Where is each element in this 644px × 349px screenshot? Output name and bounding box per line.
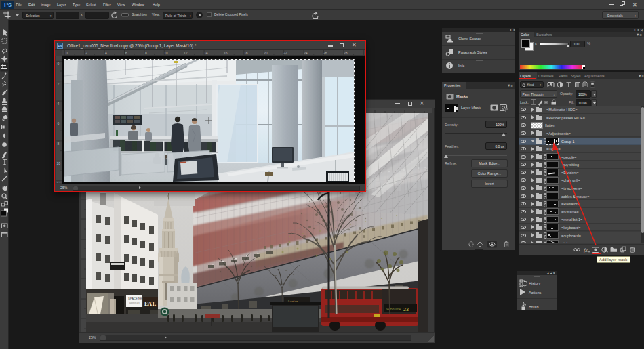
svg-text:2: 2 bbox=[58, 82, 60, 86]
svg-text:12: 12 bbox=[184, 51, 188, 55]
svg-text:18: 18 bbox=[244, 51, 248, 55]
svg-text:SPACE NK: SPACE NK bbox=[128, 297, 142, 300]
svg-text:20: 20 bbox=[264, 51, 268, 55]
svg-text:0: 0 bbox=[66, 51, 68, 55]
svg-text:apothecary: apothecary bbox=[129, 302, 140, 304]
svg-text:12: 12 bbox=[57, 181, 61, 183]
svg-text:6: 6 bbox=[58, 121, 60, 125]
svg-text:EAT.: EAT. bbox=[144, 301, 156, 307]
svg-text:28: 28 bbox=[344, 51, 348, 55]
svg-text:22: 22 bbox=[283, 51, 287, 55]
svg-text:6: 6 bbox=[125, 51, 127, 55]
svg-text:26: 26 bbox=[323, 51, 327, 55]
svg-text:23: 23 bbox=[403, 307, 409, 312]
svg-text:16: 16 bbox=[224, 51, 228, 55]
svg-text:24: 24 bbox=[304, 51, 308, 55]
svg-text:8: 8 bbox=[58, 142, 60, 146]
svg-text:10: 10 bbox=[164, 51, 168, 55]
svg-text:4: 4 bbox=[58, 102, 60, 106]
svg-text:2: 2 bbox=[85, 51, 87, 55]
svg-text:0: 0 bbox=[58, 62, 60, 66]
svg-text:10: 10 bbox=[57, 161, 61, 165]
svg-text:W.bourne: W.bourne bbox=[386, 307, 401, 311]
svg-text:8: 8 bbox=[145, 51, 147, 55]
svg-text:14: 14 bbox=[204, 51, 208, 55]
svg-text:4: 4 bbox=[105, 51, 107, 55]
